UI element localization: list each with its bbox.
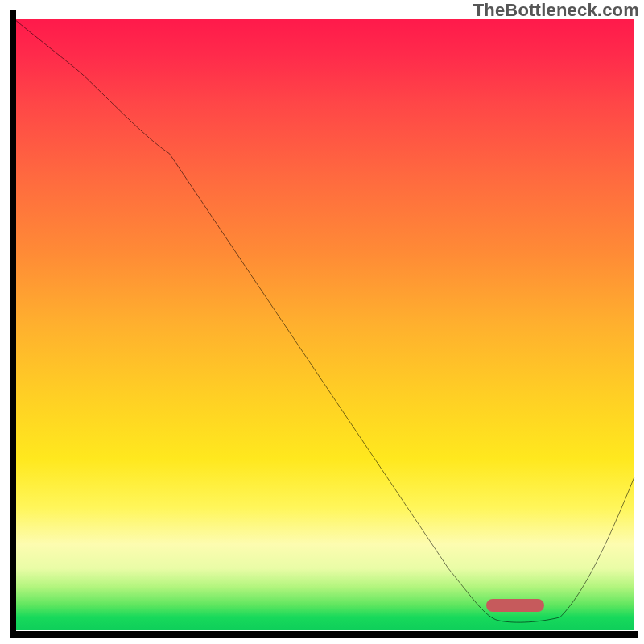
- chart-container: TheBottleneck.com: [0, 0, 644, 644]
- bottleneck-curve: [14, 19, 634, 630]
- x-axis: [10, 631, 638, 638]
- watermark-text: TheBottleneck.com: [473, 0, 639, 21]
- y-axis: [10, 10, 16, 638]
- optimal-range-marker: [486, 599, 544, 612]
